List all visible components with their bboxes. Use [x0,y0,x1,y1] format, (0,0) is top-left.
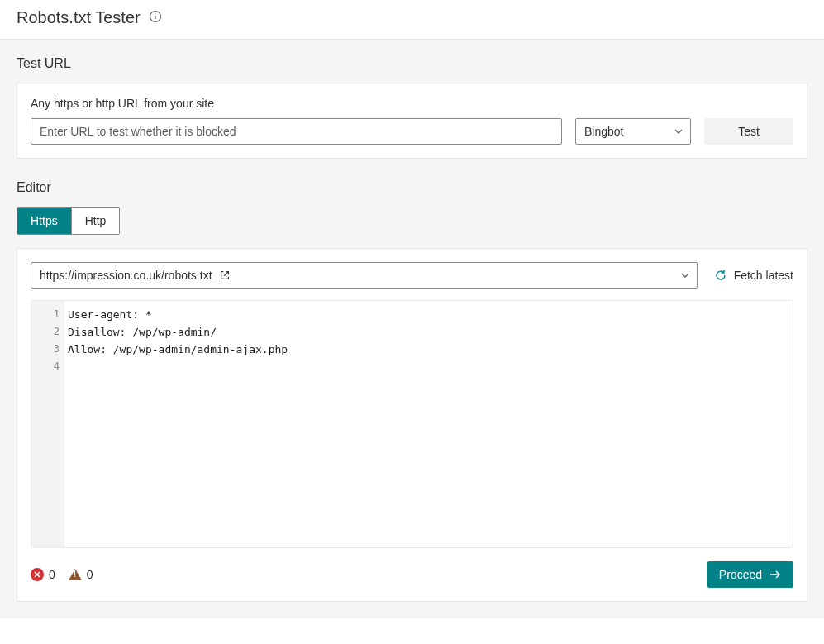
page-title: Robots.txt Tester [17,8,141,27]
arrow-right-icon [769,568,782,581]
svg-line-3 [224,272,228,276]
page-header: Robots.txt Tester [0,0,824,40]
chevron-down-icon [680,270,690,280]
warning-count-value: 0 [87,568,93,581]
refresh-icon [714,269,727,282]
proceed-button[interactable]: Proceed [707,561,793,588]
robots-file-value: https://impression.co.uk/robots.txt [40,269,212,282]
fetch-latest-label: Fetch latest [734,269,793,282]
warning-icon [69,569,82,580]
line-number: 1 [31,306,60,323]
error-count: 0 [31,568,55,581]
test-button[interactable]: Test [704,118,793,145]
test-url-hint: Any https or http URL from your site [31,97,793,110]
tab-http[interactable]: Http [71,208,120,234]
code-editor[interactable]: 1234 User-agent: *Disallow: /wp/wp-admin… [31,300,793,548]
code-line[interactable]: Disallow: /wp/wp-admin/ [68,323,789,341]
editor-code[interactable]: User-agent: *Disallow: /wp/wp-admin/Allo… [64,301,793,547]
info-icon[interactable] [141,10,162,26]
status-bar: 0 0 [31,568,93,581]
line-number: 2 [31,323,60,341]
external-link-icon [219,270,231,281]
section-title-test-url: Test URL [17,56,807,71]
line-number: 3 [31,341,60,358]
warning-count: 0 [69,568,93,581]
test-url-card: Any https or http URL from your site Bin… [17,83,807,159]
bot-select[interactable]: Bingbot [575,118,691,145]
code-line[interactable]: User-agent: * [68,306,789,323]
code-line[interactable] [68,358,789,375]
proceed-label: Proceed [719,568,762,581]
section-test-url: Test URL Any https or http URL from your… [17,56,807,159]
error-icon [31,568,44,581]
line-number: 4 [31,358,60,375]
svg-point-2 [155,13,155,14]
tab-https[interactable]: Https [17,208,71,234]
editor-gutter: 1234 [31,301,64,547]
section-title-editor: Editor [17,180,807,195]
fetch-latest-button[interactable]: Fetch latest [714,269,793,282]
section-editor: Editor Https Http https://impression.co.… [17,180,807,602]
editor-card: https://impression.co.uk/robots.txt Fetc… [17,248,807,602]
robots-file-select[interactable]: https://impression.co.uk/robots.txt [31,262,698,289]
url-input[interactable] [31,118,562,145]
code-line[interactable]: Allow: /wp/wp-admin/admin-ajax.php [68,341,789,358]
bot-select-value: Bingbot [584,125,623,138]
chevron-down-icon [674,126,683,136]
error-count-value: 0 [49,568,55,581]
